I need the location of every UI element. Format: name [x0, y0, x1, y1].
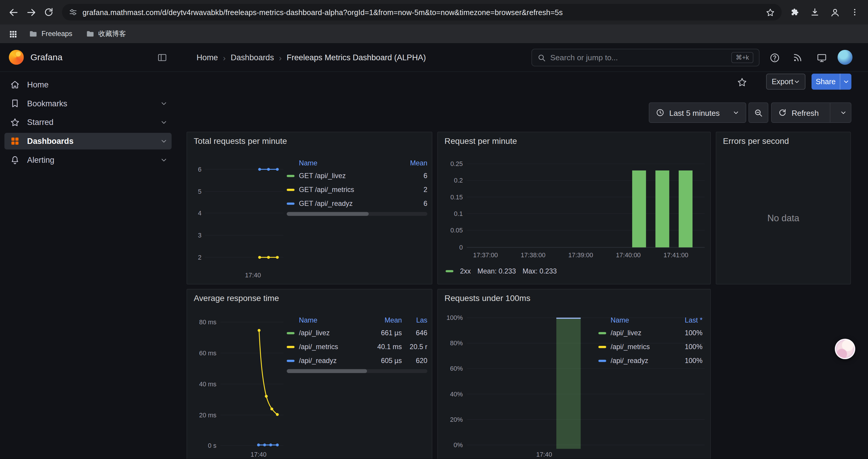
series-name[interactable]: /api/_metrics: [299, 343, 362, 351]
bar-under-100ms[interactable]: [556, 318, 581, 449]
chevron-down-icon[interactable]: [160, 157, 167, 163]
news-rss-icon[interactable]: [790, 51, 805, 65]
scrollbar-thumb[interactable]: [287, 369, 367, 373]
url-bar[interactable]: grafana.mathmast.com/d/deytv4rwavabkb/fr…: [62, 4, 782, 21]
sidebar-item-home[interactable]: Home: [4, 76, 172, 93]
chevron-down-icon[interactable]: [160, 100, 167, 107]
x-axis-tick: 17:40: [236, 272, 270, 278]
brand-title: Grafana: [30, 52, 62, 62]
user-avatar[interactable]: [838, 50, 852, 65]
legend-row[interactable]: /api/_livez 100%: [598, 326, 702, 340]
sidebar-item-dashboards[interactable]: Dashboards: [4, 133, 172, 150]
legend-row[interactable]: GET /api/_readyz 6: [287, 196, 428, 210]
url-text[interactable]: grafana.mathmast.com/d/deytv4rwavabkb/fr…: [83, 8, 761, 16]
legend-header-mean[interactable]: Mean: [362, 317, 402, 324]
favorite-dashboard-icon[interactable]: [734, 74, 749, 90]
panel-title[interactable]: Total requests per minute: [194, 136, 287, 145]
search-input[interactable]: [550, 53, 727, 62]
legend-table: Name Last * /api/_livez 100% /api/_metri…: [598, 315, 702, 367]
folder-icon: [29, 29, 37, 38]
sidebar-item-alerting[interactable]: Alerting: [4, 152, 172, 168]
series-name[interactable]: GET /api/_readyz: [299, 199, 397, 207]
legend-header-name[interactable]: Name: [287, 160, 397, 167]
chart-canvas[interactable]: [438, 132, 711, 285]
extensions-icon[interactable]: [786, 3, 804, 21]
bar-2xx[interactable]: [679, 170, 692, 247]
legend-header: Name Mean Las: [287, 315, 428, 326]
scrollbar-thumb[interactable]: [287, 212, 369, 216]
forward-button[interactable]: [22, 3, 40, 21]
legend-row[interactable]: /api/_readyz 605 µs 620: [287, 354, 428, 367]
site-settings-icon[interactable]: [68, 8, 78, 17]
series-name[interactable]: /api/_livez: [299, 329, 362, 337]
series-name[interactable]: /api/_livez: [611, 329, 675, 337]
legend-header-name[interactable]: Name: [287, 317, 362, 324]
y-axis-tick: 0.2: [438, 177, 463, 184]
dock-sidebar-icon[interactable]: [157, 52, 167, 62]
assistant-avatar[interactable]: [835, 339, 855, 359]
share-button[interactable]: Share: [812, 73, 851, 90]
y-axis-tick: 4: [187, 210, 202, 216]
series-name[interactable]: /api/_readyz: [299, 357, 362, 364]
legend-header-last[interactable]: Last *: [675, 317, 703, 324]
legend-row[interactable]: GET /api/_metrics 2: [287, 183, 428, 196]
menu-icon[interactable]: [846, 3, 864, 21]
y-axis-tick: 0 s: [187, 442, 216, 449]
screen: grafana.mathmast.com/d/deytv4rwavabkb/fr…: [0, 0, 868, 459]
downloads-icon[interactable]: [806, 3, 824, 21]
sidebar-item-bookmarks[interactable]: Bookmarks: [4, 95, 172, 112]
monitor-icon[interactable]: [814, 51, 829, 65]
series-color-swatch: [287, 359, 294, 362]
bookmark-item-freeleaps[interactable]: Freeleaps: [24, 27, 76, 40]
grafana-logo[interactable]: [9, 50, 24, 65]
chevron-down-icon[interactable]: [160, 119, 167, 126]
profile-icon[interactable]: [826, 3, 844, 21]
legend-header-name[interactable]: Name: [598, 317, 675, 324]
search-shortcut: ⌘+k: [731, 52, 753, 63]
panel-title[interactable]: Requests under 100ms: [445, 293, 531, 303]
series-name[interactable]: GET /api/_livez: [299, 172, 397, 179]
bookmark-star-icon[interactable]: [766, 7, 775, 17]
series-last: 100%: [675, 343, 703, 351]
series-name[interactable]: /api/_readyz: [611, 357, 675, 364]
panel-title[interactable]: Errors per second: [723, 136, 789, 145]
y-axis-tick: 40 ms: [187, 381, 216, 387]
series-mean: Mean: 0.233: [477, 267, 516, 275]
breadcrumb-separator: [279, 53, 282, 62]
legend-row[interactable]: GET /api/_livez 6: [287, 169, 428, 183]
time-range-button[interactable]: Last 5 minutes: [649, 102, 746, 123]
legend-header-last[interactable]: Las: [402, 317, 427, 324]
panel-title[interactable]: Average response time: [194, 293, 279, 303]
bookmark-item-blogs[interactable]: 收藏博客: [81, 27, 131, 41]
bar-2xx[interactable]: [655, 170, 669, 247]
bar-2xx[interactable]: [632, 170, 646, 247]
legend-header-mean[interactable]: Mean: [397, 160, 428, 167]
help-icon[interactable]: [767, 51, 782, 65]
legend-row[interactable]: /api/_readyz 100%: [598, 354, 702, 367]
chevron-down-icon[interactable]: [160, 138, 167, 144]
apps-grid-icon[interactable]: [6, 27, 20, 41]
star-icon: [10, 117, 20, 127]
legend-row[interactable]: /api/_metrics 100%: [598, 340, 702, 354]
refresh-button[interactable]: Refresh: [771, 102, 851, 123]
chevron-down-icon[interactable]: [835, 109, 850, 116]
breadcrumb-dashboards[interactable]: Dashboards: [231, 53, 274, 62]
reload-button[interactable]: [40, 3, 58, 21]
legend-row[interactable]: /api/_metrics 40.1 ms 20.5 r: [287, 340, 428, 354]
series-name[interactable]: 2xx: [460, 267, 471, 275]
series-name[interactable]: /api/_metrics: [611, 343, 675, 351]
back-button[interactable]: [4, 3, 22, 21]
breadcrumb-home[interactable]: Home: [196, 53, 218, 62]
clock-icon: [656, 108, 664, 117]
series-mean: 6: [397, 199, 428, 207]
export-button[interactable]: Export: [766, 73, 805, 90]
sidebar-item-starred[interactable]: Starred: [4, 114, 172, 131]
x-axis-tick: 17:39:00: [564, 252, 597, 258]
legend-row[interactable]: /api/_livez 661 µs 646: [287, 326, 428, 340]
panel-title[interactable]: Request per minute: [445, 136, 517, 145]
search-box[interactable]: ⌘+k: [531, 49, 760, 66]
refresh-icon: [778, 108, 786, 117]
zoom-out-button[interactable]: [748, 102, 768, 123]
chevron-down-icon[interactable]: [840, 78, 851, 85]
series-name[interactable]: GET /api/_metrics: [299, 186, 397, 193]
